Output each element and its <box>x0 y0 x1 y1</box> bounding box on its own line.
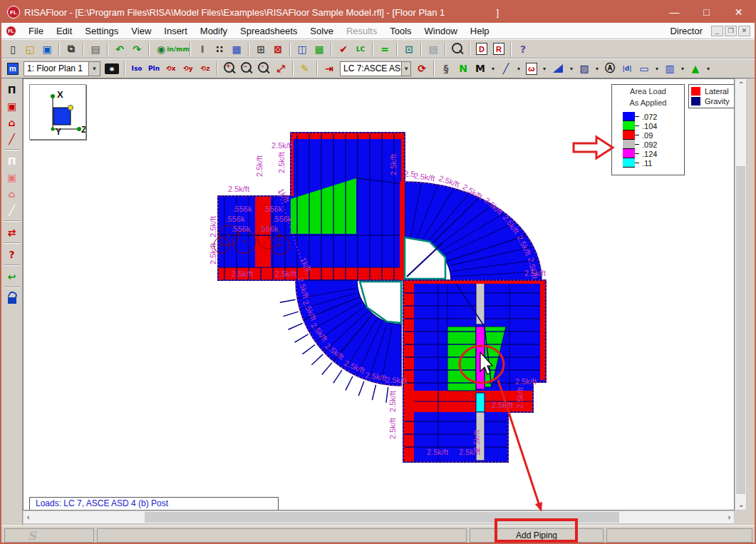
caret-down-icon[interactable]: ▾ <box>704 61 713 76</box>
caret-down-icon[interactable]: ▾ <box>540 61 549 76</box>
caret-down-icon[interactable]: ▾ <box>593 61 601 76</box>
mdi-restore-button[interactable]: ❒ <box>725 26 737 36</box>
moment-icon[interactable]: M <box>472 61 489 76</box>
window-tile-icon[interactable]: ◫ <box>294 41 311 57</box>
print-icon[interactable]: ▤ <box>87 41 104 57</box>
menu-item-insert[interactable]: Insert <box>157 24 194 38</box>
column-section-icon[interactable]: ∷ <box>211 41 228 57</box>
menu-item-solve[interactable]: Solve <box>304 24 340 38</box>
units-in-mm-icon[interactable]: in/mm <box>170 41 187 57</box>
redo-icon[interactable]: ↷ <box>128 41 145 57</box>
undo-icon[interactable]: ↶ <box>111 41 128 57</box>
legend-row: .072 <box>623 112 684 121</box>
rotate-x-icon[interactable]: ⟲x <box>162 61 180 76</box>
delete-columns-icon[interactable]: ▣ <box>4 169 21 185</box>
dimension-icon[interactable]: |d| <box>618 61 636 76</box>
zoom-window-icon[interactable]: ▫ <box>255 61 272 76</box>
open-file-icon[interactable]: ◱ <box>21 41 38 57</box>
results-r-icon[interactable]: R <box>493 43 504 55</box>
area-load-icon[interactable] <box>553 64 563 73</box>
vertical-scrollbar[interactable]: ⌃ ⌄ <box>735 78 747 510</box>
lc-icon[interactable]: LC <box>352 41 369 57</box>
iso-view-button[interactable]: Iso <box>128 61 145 76</box>
maximize-button[interactable]: □ <box>690 1 723 23</box>
draw-columns-icon[interactable]: ▣ <box>4 98 21 114</box>
member-draw-icon[interactable]: ╱ <box>497 61 514 76</box>
draw-beams-icon[interactable]: Π <box>4 81 21 98</box>
print-preview-icon[interactable] <box>449 41 466 57</box>
color-spreadsheet-icon[interactable]: ▦ <box>311 41 328 57</box>
annotate-icon[interactable]: Ⓐ <box>601 61 618 76</box>
minimize-button[interactable]: — <box>658 1 690 23</box>
ibeam-section-icon[interactable]: I <box>194 41 211 57</box>
rotate-y-icon[interactable]: ⟲y <box>180 61 197 76</box>
zoom-out-icon[interactable]: − <box>238 61 255 76</box>
menu-item-window[interactable]: Window <box>418 24 464 38</box>
new-file-icon[interactable]: ▯ <box>4 41 21 57</box>
mdi-close-button[interactable]: ✕ <box>738 26 750 36</box>
view-window-icon[interactable]: m <box>7 63 19 75</box>
menu-item-file[interactable]: File <box>22 24 50 38</box>
deck-pattern-icon[interactable]: ▨ <box>576 61 593 76</box>
mdi-minimize-button[interactable]: _ <box>711 26 723 36</box>
menu-item-edit[interactable]: Edit <box>50 24 78 38</box>
design-d-icon[interactable]: D <box>476 43 487 55</box>
caret-down-icon[interactable]: ▾ <box>514 61 523 76</box>
node-labels-icon[interactable]: N <box>455 61 472 76</box>
save-file-icon[interactable]: ▣ <box>38 41 56 57</box>
snapshot-camera-icon[interactable]: ◉ <box>105 63 119 74</box>
menu-item-view[interactable]: View <box>125 24 157 38</box>
director-label[interactable]: Director <box>670 26 703 36</box>
vertical-scroll-thumb[interactable] <box>736 166 745 494</box>
add-piping-button[interactable]: Add Piping <box>470 528 604 543</box>
draw-walls-icon[interactable]: ⌂ <box>4 114 21 130</box>
equals-icon[interactable]: = <box>376 41 393 57</box>
render-pencil-icon[interactable]: ✎ <box>296 61 314 76</box>
help-book-icon[interactable]: ? <box>514 41 532 57</box>
modify-move-icon[interactable]: ⇄ <box>4 224 21 240</box>
beam-labels-icon[interactable]: § <box>437 61 455 76</box>
caret-down-icon[interactable]: ▾ <box>678 61 687 76</box>
plan-view-button[interactable]: Pln <box>145 61 162 76</box>
load-combination-combo[interactable]: LC 7:ASCE ASD 4 ▼ <box>340 61 411 76</box>
floor-plan-combo[interactable]: 1: Floor Plan 1 ▼ <box>24 61 100 76</box>
delete-beams-icon[interactable]: Π <box>4 153 21 169</box>
menu-item-settings[interactable]: Settings <box>78 24 125 38</box>
draw-braces-icon[interactable]: ╱ <box>4 130 21 147</box>
distributed-load-icon[interactable]: ω <box>526 63 537 75</box>
title-bar: FL RISAFloor - [E:\Program Files\RISA\Mo… <box>1 1 755 23</box>
monitor-icon[interactable]: ⊡ <box>400 41 418 57</box>
caret-down-icon[interactable]: ▾ <box>567 61 576 76</box>
undo-delete-icon[interactable]: ↩ <box>4 268 21 284</box>
rotate-z-icon[interactable]: ⟲z <box>197 61 214 76</box>
zoom-in-icon[interactable]: + <box>221 61 238 76</box>
unlock-icon[interactable] <box>4 290 21 306</box>
apply-load-icon[interactable]: ⇥ <box>321 61 338 76</box>
caret-down-icon[interactable]: ▾ <box>489 61 497 76</box>
svg-text:2.5k/ft: 2.5k/ft <box>232 270 253 278</box>
solve-check-icon[interactable]: ✔ <box>335 41 352 57</box>
menu-item-tools[interactable]: Tools <box>383 24 418 38</box>
delete-walls-icon[interactable]: ⌂ <box>4 185 21 202</box>
zoom-extents-icon[interactable]: ⤢ <box>272 61 289 76</box>
caret-down-icon[interactable]: ▾ <box>653 61 661 76</box>
model-view-canvas[interactable]: 2.5k/ft2.5k/ft2.5k/ft2.5k/ft2.5k/ft2.5k/… <box>23 78 735 510</box>
horizontal-scroll-thumb[interactable] <box>145 512 619 523</box>
horizontal-scrollbar[interactable]: ‹ › <box>23 510 735 524</box>
help-question-icon[interactable]: ? <box>4 246 21 262</box>
toolbar-separator <box>83 42 84 56</box>
mesh-grid-icon[interactable]: ▦ <box>228 41 245 57</box>
close-button[interactable]: ✕ <box>723 1 755 23</box>
copy-icon[interactable]: ⧉ <box>63 41 80 57</box>
menu-item-modify[interactable]: Modify <box>194 24 234 38</box>
report-icon[interactable]: ▤ <box>425 41 442 57</box>
slab-pattern-icon[interactable]: ▥ <box>661 61 678 76</box>
spreadsheet-icon[interactable]: ⊞ <box>252 41 269 57</box>
menu-item-help[interactable]: Help <box>464 24 496 38</box>
ruler-icon[interactable]: ▭ <box>636 61 653 76</box>
rotate-lc-icon[interactable]: ⟳ <box>413 61 430 76</box>
contour-icon[interactable]: ▲ <box>687 61 704 76</box>
delete-spreadsheet-icon[interactable]: ⊠ <box>269 41 286 57</box>
menu-item-spreadsheets[interactable]: Spreadsheets <box>234 24 304 38</box>
delete-braces-icon[interactable]: ╱ <box>4 202 21 218</box>
